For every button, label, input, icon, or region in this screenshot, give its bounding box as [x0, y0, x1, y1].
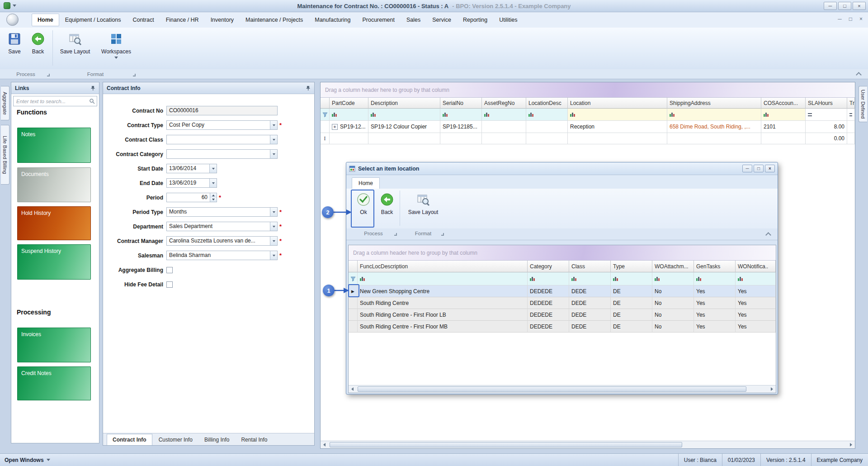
column-header-type[interactable]: Type	[611, 261, 652, 272]
column-header-travel[interactable]: Tra...	[847, 98, 855, 109]
back-button[interactable]: Back	[375, 190, 399, 228]
cell-category[interactable]: DEDEDE	[528, 321, 569, 333]
column-header-woattachments[interactable]: WOAttachm...	[652, 261, 694, 272]
table-row[interactable]: South Riding Centre - First Floor LB DED…	[349, 309, 776, 321]
side-tab-life-based-billing[interactable]: Life Based Billing	[1, 125, 9, 185]
filter-cell-funclocdescription[interactable]	[358, 272, 528, 285]
cell-travel[interactable]	[847, 133, 855, 144]
minimize-button[interactable]: ─	[824, 2, 837, 10]
application-orb-button[interactable]	[6, 14, 19, 26]
notes-button[interactable]: Notes	[17, 128, 91, 163]
cell-travel[interactable]	[847, 121, 855, 133]
filter-cell-locationdesc[interactable]	[526, 109, 568, 121]
start-date-picker[interactable]: 13/06/2014	[166, 164, 217, 173]
chevron-down-icon[interactable]	[270, 208, 277, 216]
filter-cell-gentasks[interactable]	[694, 272, 736, 285]
save-layout-button[interactable]: Save Layout	[56, 29, 94, 68]
save-button[interactable]: Save	[3, 29, 26, 68]
contract-type-select[interactable]: Cost Per Copy	[166, 120, 278, 130]
cell-woattachments[interactable]: No	[652, 321, 694, 333]
column-header-assetregno[interactable]: AssetRegNo	[482, 98, 526, 109]
cell-woattachments[interactable]: No	[652, 309, 694, 321]
dialog-close-button[interactable]: ×	[765, 165, 775, 172]
cell-funclocdescription[interactable]: South Riding Centre	[358, 297, 528, 309]
search-input[interactable]	[13, 96, 97, 106]
filter-cell-type[interactable]	[611, 272, 652, 285]
filter-cell-assetregno[interactable]	[482, 109, 526, 121]
filter-cell-cosaccount[interactable]	[761, 109, 806, 121]
side-tab-user-defined[interactable]: User Defined	[859, 86, 867, 122]
cell-serialno[interactable]	[440, 133, 482, 144]
cell-wonotifications[interactable]: Yes	[736, 285, 776, 297]
cell-category[interactable]: DEDEDE	[528, 297, 569, 309]
filter-cell-slahours[interactable]	[806, 109, 847, 121]
expand-arrow-cell[interactable]	[349, 309, 358, 321]
cell-gentasks[interactable]: Yes	[694, 297, 736, 309]
cell-gentasks[interactable]: Yes	[694, 321, 736, 333]
chevron-down-icon[interactable]	[270, 121, 277, 129]
filter-cell-location[interactable]	[568, 109, 667, 121]
cell-cosaccount[interactable]	[761, 133, 806, 144]
filter-cell-woattachments[interactable]	[652, 272, 694, 285]
chevron-down-icon[interactable]	[209, 179, 217, 187]
cell-slahours[interactable]: 0.00	[806, 133, 847, 144]
dialog-launcher-icon[interactable]	[441, 233, 444, 236]
cell-funclocdescription[interactable]: South Riding Centre - First Floor MB	[358, 321, 528, 333]
side-tab-aggregate[interactable]: Aggregate	[1, 86, 9, 120]
horizontal-scrollbar[interactable]	[321, 441, 855, 448]
expand-arrow-icon[interactable]: ▶	[351, 289, 354, 294]
chevron-down-icon[interactable]	[270, 150, 277, 158]
column-header-gentasks[interactable]: GenTasks	[694, 261, 736, 272]
cell-gentasks[interactable]: Yes	[694, 285, 736, 297]
tab-contract[interactable]: Contract	[127, 13, 160, 27]
cell-woattachments[interactable]: No	[652, 297, 694, 309]
tab-billing-info[interactable]: Billing Info	[199, 434, 235, 445]
ok-button[interactable]: Ok	[352, 190, 375, 228]
tab-service[interactable]: Service	[426, 13, 457, 27]
tab-finance-hr[interactable]: Finance / HR	[160, 13, 205, 27]
period-type-select[interactable]: Months	[166, 207, 278, 217]
tab-rental-info[interactable]: Rental Info	[236, 434, 273, 445]
tab-reporting[interactable]: Reporting	[457, 13, 493, 27]
scrollbar-thumb[interactable]	[358, 386, 746, 392]
mdi-minimize-button[interactable]: ─	[838, 16, 842, 22]
documents-button[interactable]: Documents	[17, 167, 91, 202]
tab-maintenance-projects[interactable]: Maintenance / Projects	[240, 13, 309, 27]
department-select[interactable]: Sales Department	[166, 222, 278, 231]
tab-home[interactable]: Home	[32, 14, 59, 26]
column-header-location[interactable]: Location	[568, 98, 667, 109]
filter-cell-serialno[interactable]	[440, 109, 482, 121]
column-header-class[interactable]: Class	[569, 261, 611, 272]
contract-manager-select[interactable]: Carolina Suzzetta Lourens van de...	[166, 236, 278, 246]
scroll-right-icon[interactable]	[847, 441, 855, 448]
expand-arrow-cell[interactable]	[349, 321, 358, 333]
tab-contract-info[interactable]: Contract Info	[107, 434, 152, 445]
cell-class[interactable]: DEDE	[569, 309, 611, 321]
tab-equipment-locations[interactable]: Equipment / Locations	[59, 13, 127, 27]
table-row[interactable]: South Riding Centre DEDEDE DEDE DE No Ye…	[349, 297, 776, 309]
save-layout-button[interactable]: Save Layout	[404, 190, 442, 228]
expand-row-icon[interactable]: +	[332, 124, 338, 130]
cell-locationdesc[interactable]	[526, 121, 568, 133]
collapse-ribbon-icon[interactable]	[765, 232, 771, 238]
mdi-restore-button[interactable]: □	[849, 16, 852, 22]
cell-wonotifications[interactable]: Yes	[736, 297, 776, 309]
pin-icon[interactable]	[306, 86, 311, 91]
filter-cell-partcode[interactable]	[330, 109, 368, 121]
column-header-locationdesc[interactable]: LocationDesc	[526, 98, 568, 109]
workspaces-dropdown-icon[interactable]	[114, 57, 118, 59]
chevron-down-icon[interactable]	[270, 222, 277, 231]
cell-class[interactable]: DEDE	[569, 297, 611, 309]
cell-location[interactable]: Reception	[568, 121, 667, 133]
collapse-ribbon-icon[interactable]	[856, 72, 862, 78]
cell-wonotifications[interactable]: Yes	[736, 321, 776, 333]
dialog-tab-home[interactable]: Home	[352, 177, 380, 189]
tab-procurement[interactable]: Procurement	[356, 13, 401, 27]
column-header-partcode[interactable]: PartCode	[330, 98, 368, 109]
contract-category-select[interactable]	[166, 149, 278, 159]
cell-type[interactable]: DE	[611, 321, 652, 333]
cell-class[interactable]: DEDE	[569, 285, 611, 297]
cell-description[interactable]	[368, 133, 440, 144]
cell-type[interactable]: DE	[611, 309, 652, 321]
suspend-history-button[interactable]: Suspend History	[17, 244, 91, 280]
